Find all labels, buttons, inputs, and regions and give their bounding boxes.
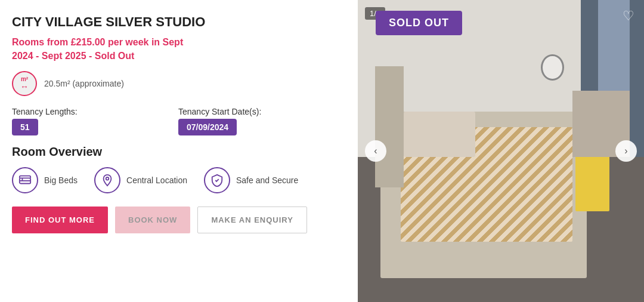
tenancy-start-label: Tenancy Start Date(s): <box>178 107 340 116</box>
bookshelf <box>375 66 404 187</box>
subtitle: Rooms from £215.00 per week in Sept 2024… <box>12 36 340 63</box>
tenancy-grid: Tenancy Lengths: 51 Tenancy Start Date(s… <box>12 107 340 135</box>
tenancy-length-badge: 51 <box>12 119 38 135</box>
make-enquiry-button[interactable]: MAKE AN ENQUIRY <box>197 207 307 233</box>
tenancy-start-badge: 07/09/2024 <box>178 119 237 135</box>
heart-icon[interactable]: ♡ <box>623 8 634 24</box>
size-text: 20.5m² (approximate) <box>44 79 124 88</box>
location-icon <box>101 174 114 187</box>
subtitle-price: £215.00 per week in Sept <box>71 37 184 47</box>
safe-secure-label: Safe and Secure <box>236 175 298 185</box>
mirror <box>541 54 564 81</box>
overview-title: Room Overview <box>12 145 340 159</box>
pillow <box>404 112 475 157</box>
buttons-row: FIND OUT MORE BOOK NOW MAKE AN ENQUIRY <box>12 207 340 233</box>
location-icon-circle <box>94 167 120 193</box>
size-icon-circle: m²↔ <box>12 71 37 96</box>
find-out-more-button[interactable]: FIND OUT MORE <box>12 207 108 233</box>
left-panel: CITY VILLAGE SILVER STUDIO Rooms from £2… <box>0 0 358 302</box>
feature-central-location: Central Location <box>94 167 187 193</box>
feature-big-beds: Big Beds <box>12 167 78 193</box>
shield-icon-circle <box>204 167 230 193</box>
features-row: Big Beds Central Location Safe and Secur… <box>12 167 340 193</box>
central-location-label: Central Location <box>126 175 187 185</box>
right-panel: SOLD OUT 1/1 ♡ ‹ › <box>358 0 644 302</box>
tenancy-start-section: Tenancy Start Date(s): 07/09/2024 <box>178 107 340 135</box>
bedroom-image <box>358 0 644 302</box>
tenancy-lengths-label: Tenancy Lengths: <box>12 107 174 116</box>
subtitle-text1: Rooms from <box>12 37 71 47</box>
big-beds-label: Big Beds <box>44 175 78 185</box>
subtitle-text2: 2024 - Sept 2025 - Sold Out <box>12 51 134 61</box>
bed-icon <box>18 174 32 187</box>
size-icon-label: m²↔ <box>20 76 29 91</box>
shield-icon <box>210 174 224 187</box>
sold-out-badge: SOLD OUT <box>376 11 462 35</box>
book-now-button: BOOK NOW <box>115 207 190 233</box>
prev-image-button[interactable]: ‹ <box>365 140 386 162</box>
bed-icon-circle <box>12 167 38 193</box>
page-title: CITY VILLAGE SILVER STUDIO <box>12 14 340 30</box>
svg-point-3 <box>106 177 109 180</box>
feature-safe-secure: Safe and Secure <box>204 167 298 193</box>
tenancy-lengths-section: Tenancy Lengths: 51 <box>12 107 174 135</box>
next-image-button[interactable]: › <box>615 140 637 162</box>
size-row: m²↔ 20.5m² (approximate) <box>12 71 340 96</box>
